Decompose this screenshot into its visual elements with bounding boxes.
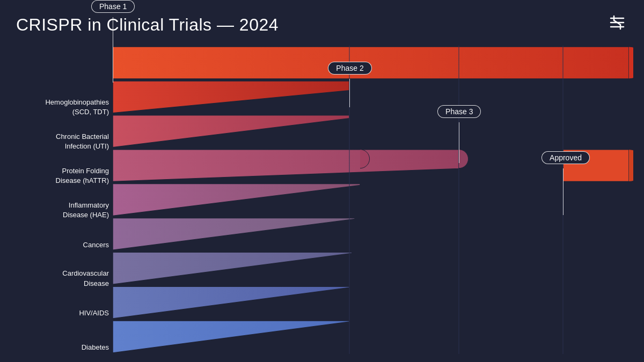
category-label-2: Protein FoldingDisease (hATTR) bbox=[2, 166, 109, 186]
phase-label-1: Phase 2 bbox=[328, 62, 371, 75]
category-label-4: Cancers bbox=[2, 240, 109, 250]
phase-line-2 bbox=[459, 122, 459, 163]
phase-line-0 bbox=[113, 17, 113, 83]
logo-icon bbox=[606, 12, 628, 33]
chart-canvas bbox=[113, 46, 633, 354]
labels-container: Hemoglobinopathies(SCD, TDT)Chronic Bact… bbox=[0, 46, 115, 354]
category-label-7: Diabetes bbox=[2, 343, 109, 352]
category-label-6: HIV/AIDS bbox=[2, 308, 109, 318]
phase-label-0: Phase 1 bbox=[91, 0, 135, 13]
category-label-3: InflammatoryDisease (HAE) bbox=[2, 201, 109, 220]
phase-line-1 bbox=[349, 79, 350, 107]
phase-line-3 bbox=[563, 168, 564, 216]
category-label-5: CardiovascularDisease bbox=[2, 269, 109, 288]
category-label-0: Hemoglobinopathies(SCD, TDT) bbox=[2, 98, 109, 117]
phase-label-3: Approved bbox=[541, 151, 590, 164]
category-label-1: Chronic BacterialInfection (UTI) bbox=[2, 132, 109, 151]
title: CRISPR in Clinical Trials — 2024 bbox=[16, 15, 279, 35]
phase-label-2: Phase 3 bbox=[437, 105, 481, 118]
